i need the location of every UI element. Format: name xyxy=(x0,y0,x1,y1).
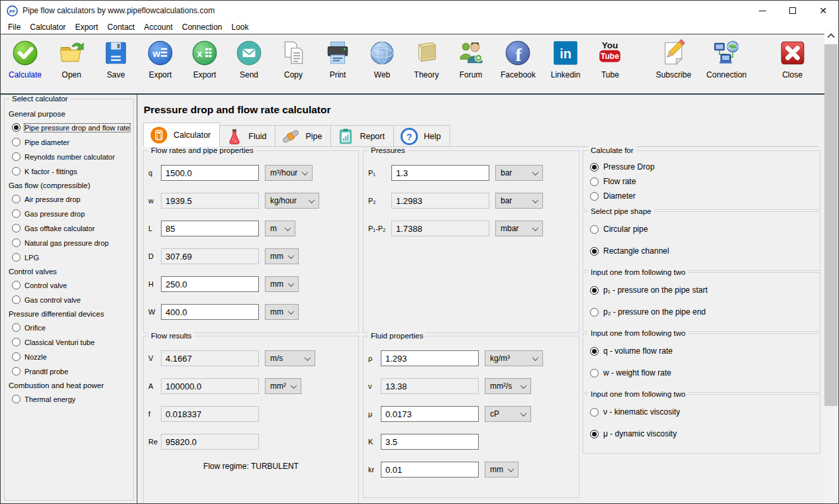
menu-item[interactable]: Calculator xyxy=(25,23,70,32)
menu-item[interactable]: Account xyxy=(139,23,177,32)
radio-option[interactable]: ν - kinematic viscosity xyxy=(590,407,814,417)
toolbar-print-button[interactable]: Print xyxy=(323,39,352,79)
toolbar-open-button[interactable]: Open xyxy=(57,39,86,79)
field-input[interactable] xyxy=(381,406,479,422)
radio-option[interactable]: Classical Venturi tube xyxy=(12,338,130,346)
close-button[interactable]: ✕ xyxy=(808,1,838,21)
group-title: Input one from following two xyxy=(588,329,688,337)
subscribe-pencil-icon xyxy=(660,39,687,67)
unit-dropdown[interactable]: cP xyxy=(485,406,531,422)
toolbar-linkedin-button[interactable]: in Linkedin xyxy=(551,39,581,79)
field-input[interactable] xyxy=(161,378,259,394)
tab-help[interactable]: ? Help xyxy=(394,125,450,147)
field-input[interactable] xyxy=(161,304,259,320)
radio-option[interactable]: Pressure Drop xyxy=(590,162,814,172)
toolbar-facebook-button[interactable]: f Facebook xyxy=(501,39,536,79)
radio-option[interactable]: Diameter xyxy=(590,191,814,201)
unit-dropdown[interactable]: mm xyxy=(265,276,299,292)
radio-option[interactable]: Nozzle xyxy=(12,352,130,361)
radio-option[interactable]: Gas pressure drop xyxy=(12,209,130,218)
radio-icon xyxy=(590,192,599,201)
toolbar-export-word-button[interactable]: w Export xyxy=(146,39,175,79)
field-input[interactable] xyxy=(161,248,259,264)
radio-option[interactable]: Gas offtake calculator xyxy=(12,224,130,232)
unit-dropdown[interactable]: mbar xyxy=(495,221,543,236)
unit-dropdown[interactable]: m³/hour xyxy=(265,165,313,181)
unit-dropdown[interactable]: kg/hour xyxy=(265,193,319,209)
unit-dropdown[interactable]: mm xyxy=(485,462,518,478)
radio-option[interactable]: Gas control valve xyxy=(12,295,130,304)
field-input[interactable] xyxy=(381,462,479,478)
radio-option[interactable]: Pipe diameter xyxy=(12,138,130,146)
field-input[interactable] xyxy=(381,350,479,366)
toolbar-save-button[interactable]: Save xyxy=(101,39,130,79)
radio-option[interactable]: Orifice xyxy=(12,323,130,332)
radio-option[interactable]: p₂ - pressure on the pipe end xyxy=(590,307,814,317)
toolbar-send-button[interactable]: Send xyxy=(234,39,264,79)
field-input[interactable] xyxy=(381,378,479,394)
tab-pipe[interactable]: Pipe xyxy=(275,125,331,147)
radio-option[interactable]: Flow rate xyxy=(590,177,814,186)
radio-option[interactable]: Control valve xyxy=(12,281,130,289)
field-input[interactable] xyxy=(391,193,489,209)
toolbar-web-button[interactable]: Web xyxy=(368,39,397,79)
menu-item[interactable]: Connection xyxy=(177,23,227,32)
radio-option[interactable]: w - weight flow rate xyxy=(590,368,814,378)
unit-dropdown[interactable]: kg/m³ xyxy=(485,350,543,366)
radio-option[interactable]: Circular pipe xyxy=(590,225,814,234)
radio-option[interactable]: q - volume flow rate xyxy=(590,346,814,356)
menu-item[interactable]: Look xyxy=(227,23,254,32)
field-input[interactable] xyxy=(161,434,259,450)
toolbar-subscribe-button[interactable]: Subscribe xyxy=(656,39,691,79)
radio-option[interactable]: Pipe pressure drop and flow rate xyxy=(12,123,130,132)
toolbar-export-excel-button[interactable]: x Export xyxy=(190,39,219,79)
unit-dropdown[interactable]: mm xyxy=(265,304,299,320)
radio-option[interactable]: K factor - fittings xyxy=(12,167,130,176)
radio-option[interactable]: LPG xyxy=(12,253,130,262)
field-input[interactable] xyxy=(161,165,259,181)
maximize-button[interactable] xyxy=(777,1,808,21)
group-title: Select pipe shape xyxy=(588,207,654,215)
minimize-button[interactable] xyxy=(747,1,777,21)
radio-option[interactable]: Thermal energy xyxy=(12,395,130,403)
toolbar-calculate-button[interactable]: Calculate xyxy=(9,39,42,79)
radio-option[interactable]: Air pressure drop xyxy=(12,195,130,203)
minimize-icon xyxy=(759,11,766,11)
field-input[interactable] xyxy=(161,221,259,236)
radio-label: Air pressure drop xyxy=(25,195,80,203)
unit-dropdown[interactable]: m xyxy=(265,221,295,236)
unit-dropdown[interactable]: mm² xyxy=(265,378,301,394)
radio-option[interactable]: μ - dynamic viscosity xyxy=(590,429,814,438)
field-input[interactable] xyxy=(381,434,479,450)
toolbar-copy-button[interactable]: Copy xyxy=(279,39,308,79)
field-input[interactable] xyxy=(161,276,259,292)
unit-dropdown[interactable]: m/s xyxy=(265,350,315,366)
field-input[interactable] xyxy=(391,165,489,181)
unit-dropdown[interactable]: mm xyxy=(265,248,299,264)
unit-dropdown[interactable]: mm²/s xyxy=(485,378,531,394)
tab-report[interactable]: Report xyxy=(331,125,394,147)
field-input[interactable] xyxy=(161,406,259,422)
radio-option[interactable]: Rectangle channel xyxy=(590,246,814,256)
menu-item[interactable]: File xyxy=(3,23,25,32)
radio-option[interactable]: Reynolds number calculator xyxy=(12,152,130,161)
radio-option[interactable]: Natural gas pressure drop xyxy=(12,238,130,247)
toolbar-connection-button[interactable]: Connection xyxy=(707,39,747,79)
menu-item[interactable]: Export xyxy=(70,23,103,32)
menu-item[interactable]: Contact xyxy=(103,23,139,32)
toolbar-theory-button[interactable]: Theory xyxy=(412,39,441,79)
field-input[interactable] xyxy=(391,221,489,236)
toolbar-close-button[interactable]: Close xyxy=(778,39,807,79)
radio-option[interactable]: Prandtl probe xyxy=(12,367,130,376)
tab-fluid[interactable]: Fluid xyxy=(220,125,275,147)
toolbar-youtube-button[interactable]: You Tube Tube xyxy=(595,39,624,79)
unit-dropdown[interactable]: bar xyxy=(495,193,543,209)
scroll-up-button[interactable] xyxy=(824,27,838,43)
scrollbar-thumb[interactable] xyxy=(824,44,838,406)
radio-option[interactable]: p₁ - pressure on the pipe start xyxy=(590,285,814,295)
toolbar-forum-button[interactable]: Forum xyxy=(456,39,485,79)
tab-calculator[interactable]: Calculator xyxy=(143,123,220,147)
field-input[interactable] xyxy=(161,193,259,209)
unit-dropdown[interactable]: bar xyxy=(495,165,543,181)
field-input[interactable] xyxy=(161,350,259,366)
